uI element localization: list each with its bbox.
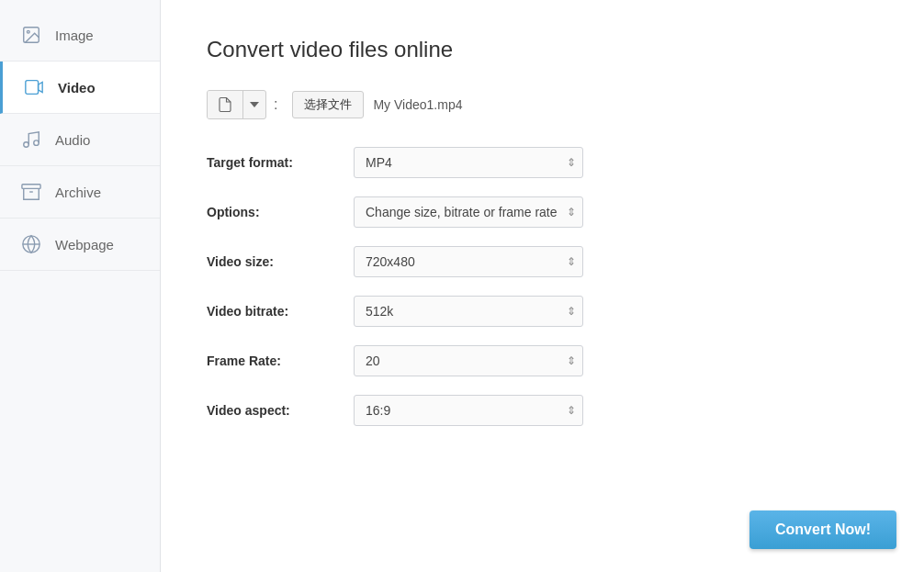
sidebar-item-webpage[interactable]: Webpage [0,219,160,271]
svg-rect-6 [22,185,40,189]
target-format-select-wrapper: MP4 AVI MOV MKV WMV FLV WebM [354,147,583,178]
svg-rect-2 [26,81,39,95]
webpage-icon [18,231,44,257]
frame-rate-label: Frame Rate: [207,353,354,368]
options-select-wrapper: Change size, bitrate or frame rate Defau… [354,196,583,228]
video-aspect-select[interactable]: 16:9 4:3 1:1 21:9 [354,395,583,426]
video-aspect-row: Video aspect: 16:9 4:3 1:1 21:9 [207,395,878,426]
sidebar: Image Video Audio Archi [0,0,161,572]
video-size-row: Video size: 720x480 1920x1080 1280x720 6… [207,246,878,277]
video-size-label: Video size: [207,254,354,269]
video-aspect-label: Video aspect: [207,403,354,418]
main-content: Convert video files online : 选择文件 My V [161,0,924,572]
options-row: Options: Change size, bitrate or frame r… [207,196,878,228]
video-bitrate-select-wrapper: 512k 128k 256k 1024k 2048k [354,296,583,327]
upload-btn-group [207,90,266,119]
sidebar-item-label: Image [55,28,94,43]
video-bitrate-select[interactable]: 512k 128k 256k 1024k 2048k [354,296,583,327]
frame-rate-select[interactable]: 20 24 25 30 60 [354,345,583,376]
main-wrapper: Convert video files online : 选择文件 My V [161,0,924,572]
video-icon [21,74,47,100]
sidebar-item-image[interactable]: Image [0,9,160,62]
image-icon [18,22,44,48]
sidebar-item-video[interactable]: Video [0,62,160,114]
target-format-select[interactable]: MP4 AVI MOV MKV WMV FLV WebM [354,147,583,178]
upload-dropdown-button[interactable] [243,95,265,115]
svg-marker-10 [250,102,259,107]
audio-icon [18,127,44,152]
sidebar-item-audio[interactable]: Audio [0,114,160,166]
video-bitrate-label: Video bitrate: [207,304,354,319]
frame-rate-row: Frame Rate: 20 24 25 30 60 [207,345,878,376]
video-aspect-select-wrapper: 16:9 4:3 1:1 21:9 [354,395,583,426]
options-select[interactable]: Change size, bitrate or frame rate Defau… [354,196,583,228]
page-title: Convert video files online [207,37,878,62]
filename-display: My Video1.mp4 [373,97,462,112]
svg-point-4 [24,142,29,148]
svg-point-5 [34,140,39,146]
file-upload-row: : 选择文件 My Video1.mp4 [207,90,878,119]
file-upload-icon [217,96,233,113]
video-size-select-wrapper: 720x480 1920x1080 1280x720 640x360 320x2… [354,246,583,277]
frame-rate-select-wrapper: 20 24 25 30 60 [354,345,583,376]
colon-separator: : [266,96,285,113]
convert-button-area: Convert Now! [749,510,896,549]
upload-file-button[interactable] [208,91,243,118]
options-label: Options: [207,205,354,219]
svg-marker-3 [39,83,43,93]
target-format-row: Target format: MP4 AVI MOV MKV WMV FLV W… [207,147,878,178]
video-bitrate-row: Video bitrate: 512k 128k 256k 1024k 2048… [207,296,878,327]
sidebar-item-label: Archive [55,185,101,200]
sidebar-item-label: Audio [55,132,90,148]
choose-file-button[interactable]: 选择文件 [292,91,364,118]
sidebar-item-archive[interactable]: Archive [0,166,160,219]
sidebar-item-label: Webpage [55,237,114,252]
dropdown-arrow-icon [250,100,259,109]
sidebar-item-label: Video [58,80,96,95]
video-size-select[interactable]: 720x480 1920x1080 1280x720 640x360 320x2… [354,246,583,277]
svg-point-1 [27,30,29,33]
archive-icon [18,179,44,205]
target-format-label: Target format: [207,155,354,170]
convert-now-button[interactable]: Convert Now! [749,510,896,549]
